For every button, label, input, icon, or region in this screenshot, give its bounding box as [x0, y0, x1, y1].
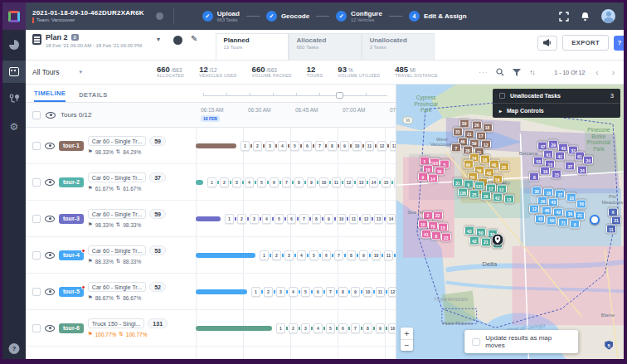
stop-marker[interactable]: 28 [481, 192, 491, 201]
stop-chip[interactable]: 3 [284, 250, 294, 260]
depot-marker[interactable] [491, 234, 503, 246]
stop-chip[interactable]: 4 [262, 214, 271, 224]
stop-chip[interactable]: 1 [207, 177, 216, 187]
page-next-button[interactable]: › [610, 68, 617, 77]
stop-marker[interactable]: 19 [540, 167, 550, 176]
stop-chip[interactable]: 11 [376, 287, 385, 297]
vehicle-name[interactable]: Car 60 - Single Tr... [88, 136, 146, 146]
stop-marker[interactable]: 14 [428, 174, 438, 183]
plan-indicator-icon[interactable] [173, 36, 182, 45]
stop-chip[interactable]: 2 [272, 250, 281, 260]
tour-checkbox[interactable] [32, 288, 41, 296]
stop-chip[interactable]: 1 [260, 250, 269, 260]
stop-marker[interactable]: 8 [529, 172, 539, 182]
stop-chip[interactable]: 10 [388, 323, 396, 333]
stop-chip[interactable]: 2 [237, 214, 246, 224]
stop-chip[interactable]: 8 [294, 177, 304, 187]
stop-chip[interactable]: 6 [270, 177, 279, 187]
stop-marker[interactable]: 61 [543, 150, 553, 159]
tour-row-tour-2[interactable]: tour-2Car 60 - Single Tr...37⚑61.67%⇅61.… [26, 164, 396, 201]
stop-chip[interactable]: 8 [328, 141, 337, 151]
stop-chip[interactable]: 5 [257, 177, 266, 187]
tour-gantt[interactable]: 1234567891011121314 [196, 347, 396, 359]
tour-row-tour-3[interactable]: tour-3Car 60 - Single Tr...59⚑98.33%⇅98.… [26, 201, 396, 237]
search-icon[interactable] [496, 65, 504, 80]
vehicle-name[interactable]: Car 60 - Single Tr... [88, 282, 146, 292]
stop-chip[interactable]: 9 [351, 287, 360, 297]
vehicle-name[interactable]: Truck 150 - Singl... [88, 318, 145, 328]
stop-chip[interactable]: 2 [253, 141, 262, 151]
stop-chip[interactable]: 7 [315, 141, 324, 151]
update-results-checkbox[interactable] [472, 338, 480, 346]
stop-marker[interactable]: 24 [583, 156, 593, 165]
help-button[interactable]: ? [9, 343, 20, 354]
stop-marker[interactable]: 35 [532, 187, 542, 196]
stop-chip[interactable]: 14 [386, 214, 396, 224]
stop-chip[interactable]: 5 [290, 141, 299, 151]
vehicle-name[interactable]: Car 60 - Single Tr... [88, 172, 146, 182]
page-prev-button[interactable]: ‹ [593, 68, 600, 77]
stop-marker[interactable]: 33 [566, 193, 576, 202]
stop-chip[interactable]: 1 [241, 141, 250, 151]
stop-marker[interactable]: 26 [537, 197, 547, 206]
tour-gantt[interactable]: 123456789101112131415 [196, 201, 396, 236]
stop-chip[interactable]: 8 [347, 250, 356, 260]
edit-plan-icon[interactable]: ✎ [191, 34, 197, 43]
plan-info[interactable]: Plan 2 2 18 Feb '21 06:00 AM - 18 Feb '2… [32, 33, 142, 48]
stop-marker[interactable]: 50 [547, 216, 557, 225]
stop-chip[interactable]: 4 [314, 323, 323, 333]
stop-chip[interactable]: 6 [314, 287, 323, 297]
stop-chip[interactable]: 10 [319, 177, 328, 187]
stop-marker[interactable]: 60 [464, 160, 474, 169]
stop-chip[interactable]: 2 [289, 323, 298, 333]
stop-marker[interactable]: 29 [548, 140, 558, 149]
stop-chip[interactable]: 10 [363, 287, 372, 297]
unallocated-tasks-row[interactable]: Unallocated Tasks 3 [493, 89, 620, 103]
plan-tab-allocated[interactable]: Allocated660 Tasks [289, 33, 362, 60]
stop-marker[interactable]: 12 [529, 204, 539, 213]
tour-filter[interactable]: All Tours ▾ [32, 68, 157, 76]
stop-marker[interactable]: 24 [577, 166, 587, 175]
stop-chip[interactable]: 9 [340, 141, 349, 151]
stop-chip[interactable]: 13 [357, 177, 366, 187]
stop-marker[interactable]: 25 [499, 163, 509, 172]
stop-chip[interactable]: 7 [282, 177, 291, 187]
stop-marker[interactable]: 42 [493, 193, 503, 202]
tour-checkbox[interactable] [32, 178, 41, 187]
stop-marker[interactable]: 37 [565, 162, 575, 171]
tour-row-tour-6[interactable]: tour-6Truck 150 - Singl...131⚑100.77%⇅10… [26, 310, 396, 347]
plan-tab-unallocated[interactable]: Unallocated3 Tasks [362, 33, 435, 60]
app-logo[interactable] [2, 2, 26, 30]
highlight-circle-marker[interactable] [590, 215, 600, 225]
stop-chip[interactable]: 7 [351, 323, 360, 333]
stop-marker[interactable]: 26 [472, 120, 482, 129]
tour-visibility-icon[interactable] [45, 216, 55, 222]
stop-chip[interactable]: 11 [332, 177, 341, 187]
user-avatar[interactable] [601, 9, 615, 23]
stop-chip[interactable]: 1 [225, 214, 234, 224]
stop-chip[interactable]: 10 [372, 250, 381, 260]
stop-marker[interactable]: 42 [469, 236, 479, 245]
stop-chip[interactable]: 9 [307, 177, 316, 187]
stop-chip[interactable]: 6 [338, 323, 348, 333]
stop-chip[interactable]: 3 [301, 323, 310, 333]
tab-timeline[interactable]: TIMELINE [34, 90, 66, 102]
step-edit-assign[interactable]: 4Edit & Assign [409, 11, 467, 22]
stop-chip[interactable]: 5 [275, 214, 284, 224]
filter-icon[interactable] [513, 65, 521, 80]
stop-chip[interactable]: 5 [326, 323, 335, 333]
tour-visibility-icon[interactable] [45, 143, 55, 149]
sort-icon[interactable]: ↑↓ [529, 69, 534, 76]
stop-marker[interactable]: 8 [431, 231, 441, 240]
tour-gantt[interactable]: 12345678910111213 [196, 274, 396, 309]
stop-marker[interactable]: 21 [481, 237, 491, 246]
tour-row-tour-5[interactable]: tour-5Car 60 - Single Tr...52⚑86.67%⇅86.… [26, 274, 396, 310]
stop-chip[interactable]: 11 [384, 250, 393, 260]
vehicle-name[interactable]: Car 60 - Single Tr... [88, 245, 146, 255]
select-all-checkbox[interactable] [32, 111, 41, 119]
tour-checkbox[interactable] [32, 142, 41, 150]
stop-marker[interactable]: 25 [469, 190, 479, 199]
stop-chip[interactable]: 7 [334, 250, 343, 260]
announce-button[interactable] [537, 36, 557, 51]
tour-visibility-icon[interactable] [45, 325, 55, 332]
